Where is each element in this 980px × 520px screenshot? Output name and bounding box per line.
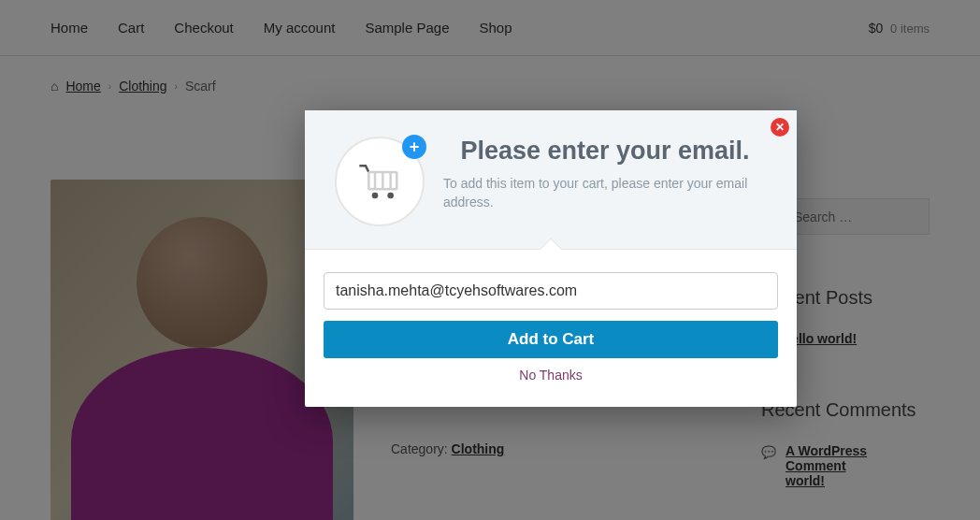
- plus-icon: +: [402, 135, 426, 159]
- close-icon: ✕: [775, 121, 785, 134]
- cart-icon: [356, 161, 403, 202]
- modal-header-text: Please enter your email. To add this ite…: [443, 137, 767, 226]
- modal-title: Please enter your email.: [443, 137, 767, 166]
- email-capture-modal: ✕ + Please enter your email. To add this…: [305, 110, 797, 407]
- cart-icon-badge: +: [335, 137, 425, 226]
- add-to-cart-button[interactable]: Add to Cart: [324, 321, 778, 358]
- modal-body: Add to Cart No Thanks: [305, 250, 797, 407]
- svg-point-6: [372, 193, 379, 199]
- no-thanks-link[interactable]: No Thanks: [324, 368, 778, 383]
- modal-header: ✕ + Please enter your email. To add this…: [305, 110, 797, 250]
- modal-subtitle: To add this item to your cart, please en…: [443, 175, 767, 211]
- close-button[interactable]: ✕: [771, 118, 789, 137]
- email-input[interactable]: [324, 272, 778, 310]
- svg-point-7: [387, 193, 394, 199]
